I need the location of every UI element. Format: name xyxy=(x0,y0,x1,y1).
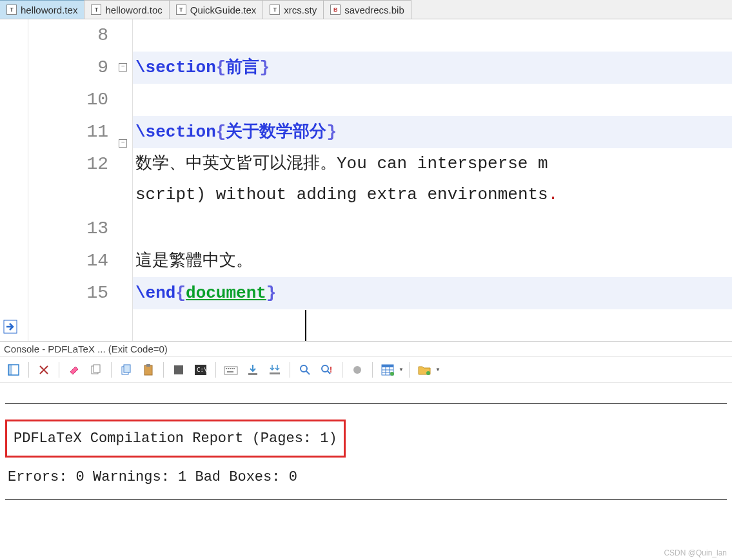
svg-rect-4 xyxy=(94,365,100,372)
table-button[interactable] xyxy=(378,360,397,380)
fold-gutter[interactable]: −− xyxy=(114,19,133,341)
code-line[interactable] xyxy=(133,84,732,116)
tab-helloword-tex[interactable]: Thelloword.tex xyxy=(0,0,84,19)
close-button[interactable] xyxy=(34,360,54,380)
code-line[interactable]: \section{关于数学部分} xyxy=(133,116,732,148)
record-button[interactable] xyxy=(348,360,367,380)
line-number-gutter: 89101112131415 xyxy=(28,19,114,341)
folder-button[interactable] xyxy=(415,360,434,380)
svg-rect-7 xyxy=(144,365,152,375)
fold-toggle-icon[interactable]: − xyxy=(119,139,127,148)
compilation-report-title: PDFLaTeX Compilation Report (Pages: 1) xyxy=(14,430,337,447)
tab-xrcs-sty[interactable]: Txrcs.sty xyxy=(263,0,324,19)
line-number: 15 xyxy=(28,277,108,309)
separator-line xyxy=(5,499,727,500)
svg-rect-18 xyxy=(227,371,233,372)
paste-button[interactable] xyxy=(139,360,158,380)
svg-rect-6 xyxy=(124,365,130,372)
svg-rect-19 xyxy=(248,373,257,375)
svg-rect-12 xyxy=(224,367,237,374)
tex-file-icon: T xyxy=(176,5,186,15)
tab-label: helloword.tex xyxy=(21,5,77,15)
toolbar-separator xyxy=(59,362,59,378)
console-toolbar: C:\ ! ▼ ▼ xyxy=(0,357,732,383)
line-number: 14 xyxy=(28,245,108,277)
line-number: 8 xyxy=(28,19,108,52)
svg-rect-20 xyxy=(270,372,280,374)
keyboard-button[interactable] xyxy=(221,360,241,380)
toolbar-separator xyxy=(290,362,290,378)
svg-rect-17 xyxy=(233,368,235,369)
tab-QuickGuide-tex[interactable]: TQuickGuide.tex xyxy=(170,0,264,19)
download-button[interactable] xyxy=(243,360,262,380)
tex-file-icon: T xyxy=(91,5,101,15)
search-button[interactable] xyxy=(295,360,315,380)
svg-rect-15 xyxy=(230,368,231,369)
toolbar-separator xyxy=(163,362,164,378)
tab-label: savedrecs.bib xyxy=(344,5,404,15)
svg-text:!: ! xyxy=(330,365,332,374)
fold-toggle-icon[interactable]: − xyxy=(119,63,127,72)
toggle-panel-button[interactable] xyxy=(4,360,23,380)
tex-file-icon: T xyxy=(270,5,280,15)
tab-label: helloword.toc xyxy=(105,5,162,15)
tab-helloword-toc[interactable]: Thelloword.toc xyxy=(84,0,169,19)
svg-rect-8 xyxy=(146,364,150,367)
toolbar-separator xyxy=(111,362,112,378)
tab-savedrecs-bib[interactable]: Bsavedrecs.bib xyxy=(324,0,411,19)
toolbar-separator xyxy=(372,362,373,378)
pages-button[interactable] xyxy=(86,360,106,380)
tex-file-icon: T xyxy=(6,5,17,15)
svg-rect-9 xyxy=(174,365,183,374)
svg-point-22 xyxy=(322,365,328,372)
console-header: Console - PDFLaTeX ... (Exit Code=0) xyxy=(0,342,732,357)
watermark: CSDN @Quin_lan xyxy=(664,548,727,557)
line-number: 11 xyxy=(28,116,108,148)
line-number: 13 xyxy=(28,213,108,245)
svg-point-28 xyxy=(426,371,430,375)
svg-rect-16 xyxy=(232,368,233,369)
code-line[interactable]: 這是繁體中文。 xyxy=(133,245,732,277)
chevron-down-icon[interactable]: ▼ xyxy=(435,367,440,372)
console-output[interactable]: PDFLaTeX Compilation Report (Pages: 1) E… xyxy=(0,383,732,521)
svg-point-24 xyxy=(353,366,361,374)
current-line-arrow-icon xyxy=(3,319,18,334)
toolbar-separator xyxy=(215,362,216,378)
bib-file-icon: B xyxy=(330,5,341,15)
svg-rect-26 xyxy=(382,365,393,367)
code-line[interactable]: \section{前言} xyxy=(133,52,732,84)
code-area[interactable]: \section{前言}\section{关于数学部分}数学、中英文皆可以混排。… xyxy=(133,19,732,341)
editor-area[interactable]: 89101112131415 −− \section{前言}\section{关… xyxy=(0,19,732,342)
line-number: 12 xyxy=(28,148,108,213)
toolbar-separator xyxy=(28,362,29,378)
line-number: 9 xyxy=(28,52,108,84)
toolbar-separator xyxy=(342,362,342,378)
code-line[interactable]: 数学、中英文皆可以混排。You can intersperse mscript)… xyxy=(133,148,732,213)
download-all-button[interactable] xyxy=(265,360,284,380)
svg-text:C:\: C:\ xyxy=(197,367,207,373)
code-line[interactable] xyxy=(133,213,732,245)
compilation-stats: Errors: 0 Warnings: 1 Bad Boxes: 0 xyxy=(8,469,727,485)
terminal-button[interactable]: C:\ xyxy=(191,360,210,380)
eraser-button[interactable] xyxy=(64,360,84,380)
search-alert-button[interactable]: ! xyxy=(317,360,337,380)
svg-point-21 xyxy=(301,365,307,372)
code-line[interactable] xyxy=(133,19,732,52)
line-number: 10 xyxy=(28,84,108,116)
copy-button[interactable] xyxy=(117,360,136,380)
tab-bar: Thelloword.texThelloword.tocTQuickGuide.… xyxy=(0,0,732,19)
code-line[interactable]: \end{document} xyxy=(133,277,732,309)
tab-label: QuickGuide.tex xyxy=(190,5,257,15)
text-cursor xyxy=(305,310,306,341)
separator-line xyxy=(5,403,727,404)
editor-left-margin xyxy=(0,19,28,341)
compilation-report-highlight: PDFLaTeX Compilation Report (Pages: 1) xyxy=(5,420,346,458)
svg-rect-13 xyxy=(226,368,227,369)
stop-button[interactable] xyxy=(169,360,188,380)
tab-label: xrcs.sty xyxy=(284,5,317,15)
toolbar-separator xyxy=(409,362,410,378)
svg-rect-14 xyxy=(228,368,229,369)
svg-point-27 xyxy=(390,372,394,376)
chevron-down-icon[interactable]: ▼ xyxy=(399,367,404,372)
svg-rect-2 xyxy=(8,365,12,375)
